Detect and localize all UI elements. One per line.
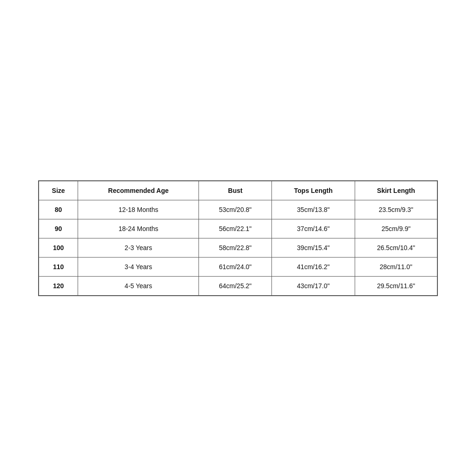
header-tops-length: Tops Length	[272, 181, 355, 200]
table-cell: 61cm/24.0"	[199, 257, 272, 276]
size-chart-container: Size Recommended Age Bust Tops Length Sk…	[38, 180, 438, 296]
table-row: 1204-5 Years64cm/25.2"43cm/17.0"29.5cm/1…	[39, 276, 437, 295]
table-cell: 64cm/25.2"	[199, 276, 272, 295]
header-skirt-length: Skirt Length	[355, 181, 437, 200]
table-header-row: Size Recommended Age Bust Tops Length Sk…	[39, 181, 437, 200]
table-cell: 26.5cm/10.4"	[355, 238, 437, 257]
table-cell: 53cm/20.8"	[199, 200, 272, 219]
table-cell: 41cm/16.2"	[272, 257, 355, 276]
table-cell: 29.5cm/11.6"	[355, 276, 437, 295]
table-cell: 23.5cm/9.3"	[355, 200, 437, 219]
table-cell: 28cm/11.0"	[355, 257, 437, 276]
table-cell: 4-5 Years	[78, 276, 199, 295]
table-cell: 110	[39, 257, 78, 276]
table-cell: 2-3 Years	[78, 238, 199, 257]
table-cell: 80	[39, 200, 78, 219]
size-chart-table: Size Recommended Age Bust Tops Length Sk…	[39, 181, 437, 296]
table-cell: 25cm/9.9"	[355, 219, 437, 238]
table-cell: 3-4 Years	[78, 257, 199, 276]
table-cell: 90	[39, 219, 78, 238]
header-size: Size	[39, 181, 78, 200]
table-cell: 58cm/22.8"	[199, 238, 272, 257]
table-cell: 12-18 Months	[78, 200, 199, 219]
table-row: 9018-24 Months56cm/22.1"37cm/14.6"25cm/9…	[39, 219, 437, 238]
table-cell: 100	[39, 238, 78, 257]
table-cell: 120	[39, 276, 78, 295]
table-cell: 39cm/15.4"	[272, 238, 355, 257]
table-cell: 18-24 Months	[78, 219, 199, 238]
table-row: 1002-3 Years58cm/22.8"39cm/15.4"26.5cm/1…	[39, 238, 437, 257]
table-cell: 56cm/22.1"	[199, 219, 272, 238]
table-row: 1103-4 Years61cm/24.0"41cm/16.2"28cm/11.…	[39, 257, 437, 276]
table-cell: 35cm/13.8"	[272, 200, 355, 219]
table-cell: 37cm/14.6"	[272, 219, 355, 238]
header-age: Recommended Age	[78, 181, 199, 200]
table-cell: 43cm/17.0"	[272, 276, 355, 295]
table-row: 8012-18 Months53cm/20.8"35cm/13.8"23.5cm…	[39, 200, 437, 219]
header-bust: Bust	[199, 181, 272, 200]
